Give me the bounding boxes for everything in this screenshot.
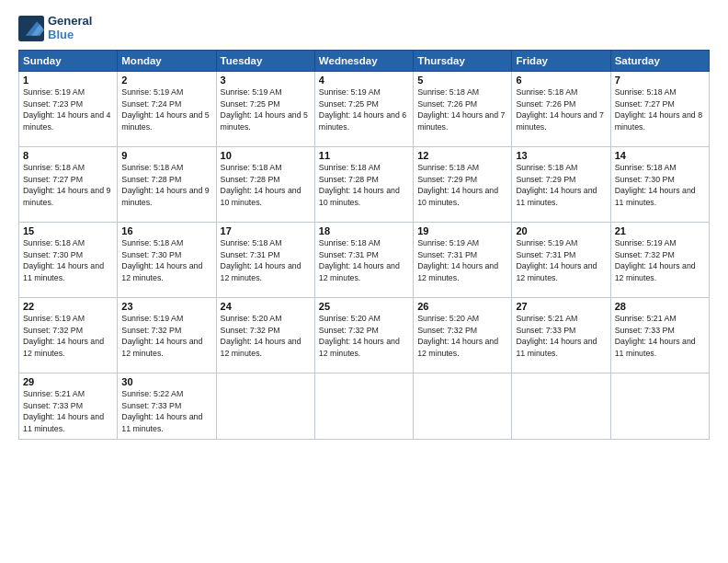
day-number: 14	[615, 150, 705, 161]
calendar-cell: 10Sunrise: 5:18 AMSunset: 7:28 PMDayligh…	[216, 146, 314, 222]
day-info: Sunrise: 5:18 AMSunset: 7:27 PMDaylight:…	[23, 162, 113, 209]
calendar-cell: 18Sunrise: 5:18 AMSunset: 7:31 PMDayligh…	[314, 222, 413, 297]
calendar-cell: 27Sunrise: 5:21 AMSunset: 7:33 PMDayligh…	[512, 297, 610, 373]
day-info: Sunrise: 5:19 AMSunset: 7:25 PMDaylight:…	[221, 86, 311, 133]
calendar-cell: 19Sunrise: 5:19 AMSunset: 7:31 PMDayligh…	[414, 222, 512, 297]
weekday-header-tuesday: Tuesday	[216, 50, 314, 71]
logo-icon	[18, 16, 44, 41]
day-info: Sunrise: 5:19 AMSunset: 7:32 PMDaylight:…	[615, 237, 705, 284]
day-number: 19	[417, 225, 507, 236]
day-number: 5	[417, 75, 507, 86]
day-number: 10	[221, 150, 311, 161]
day-info: Sunrise: 5:18 AMSunset: 7:31 PMDaylight:…	[319, 237, 409, 284]
calendar-cell: 1Sunrise: 5:19 AMSunset: 7:23 PMDaylight…	[19, 71, 118, 146]
calendar-cell: 5Sunrise: 5:18 AMSunset: 7:26 PMDaylight…	[414, 71, 512, 146]
day-number: 23	[121, 301, 211, 312]
calendar-cell: 28Sunrise: 5:21 AMSunset: 7:33 PMDayligh…	[610, 297, 709, 373]
calendar-cell: 13Sunrise: 5:18 AMSunset: 7:29 PMDayligh…	[512, 146, 610, 222]
calendar-cell: 29Sunrise: 5:21 AMSunset: 7:33 PMDayligh…	[19, 373, 118, 439]
logo-line2: Blue	[48, 29, 92, 42]
day-number: 7	[615, 75, 705, 86]
weekday-header-wednesday: Wednesday	[314, 50, 413, 71]
weekday-header-friday: Friday	[512, 50, 610, 71]
day-info: Sunrise: 5:18 AMSunset: 7:29 PMDaylight:…	[516, 162, 606, 209]
logo-line1: General	[48, 15, 92, 29]
day-info: Sunrise: 5:18 AMSunset: 7:31 PMDaylight:…	[221, 237, 311, 284]
day-info: Sunrise: 5:22 AMSunset: 7:33 PMDaylight:…	[121, 388, 211, 435]
calendar-cell: 4Sunrise: 5:19 AMSunset: 7:25 PMDaylight…	[314, 71, 413, 146]
day-number: 30	[121, 376, 211, 387]
day-number: 24	[221, 301, 311, 312]
day-number: 13	[516, 150, 606, 161]
day-number: 12	[417, 150, 507, 161]
day-info: Sunrise: 5:18 AMSunset: 7:28 PMDaylight:…	[221, 162, 311, 209]
day-number: 15	[23, 225, 113, 236]
calendar-cell: 16Sunrise: 5:18 AMSunset: 7:30 PMDayligh…	[118, 222, 216, 297]
day-number: 18	[319, 225, 409, 236]
logo: General Blue	[18, 15, 92, 42]
day-info: Sunrise: 5:19 AMSunset: 7:32 PMDaylight:…	[23, 313, 113, 360]
calendar-cell: 17Sunrise: 5:18 AMSunset: 7:31 PMDayligh…	[216, 222, 314, 297]
calendar-cell: 14Sunrise: 5:18 AMSunset: 7:30 PMDayligh…	[610, 146, 709, 222]
day-info: Sunrise: 5:20 AMSunset: 7:32 PMDaylight:…	[319, 313, 409, 360]
day-info: Sunrise: 5:19 AMSunset: 7:25 PMDaylight:…	[319, 86, 409, 133]
calendar-cell	[216, 373, 314, 439]
day-number: 2	[121, 75, 211, 86]
calendar-cell: 21Sunrise: 5:19 AMSunset: 7:32 PMDayligh…	[610, 222, 709, 297]
calendar-cell: 9Sunrise: 5:18 AMSunset: 7:28 PMDaylight…	[118, 146, 216, 222]
calendar-cell: 24Sunrise: 5:20 AMSunset: 7:32 PMDayligh…	[216, 297, 314, 373]
calendar-cell	[610, 373, 709, 439]
day-number: 27	[516, 301, 606, 312]
day-info: Sunrise: 5:20 AMSunset: 7:32 PMDaylight:…	[221, 313, 311, 360]
day-info: Sunrise: 5:20 AMSunset: 7:32 PMDaylight:…	[417, 313, 507, 360]
day-number: 25	[319, 301, 409, 312]
day-info: Sunrise: 5:18 AMSunset: 7:27 PMDaylight:…	[615, 86, 705, 133]
day-info: Sunrise: 5:19 AMSunset: 7:31 PMDaylight:…	[516, 237, 606, 284]
calendar: SundayMondayTuesdayWednesdayThursdayFrid…	[18, 50, 710, 440]
day-info: Sunrise: 5:19 AMSunset: 7:32 PMDaylight:…	[121, 313, 211, 360]
day-info: Sunrise: 5:18 AMSunset: 7:29 PMDaylight:…	[417, 162, 507, 209]
day-info: Sunrise: 5:19 AMSunset: 7:23 PMDaylight:…	[23, 86, 113, 133]
day-number: 20	[516, 225, 606, 236]
weekday-header-saturday: Saturday	[610, 50, 709, 71]
calendar-cell: 12Sunrise: 5:18 AMSunset: 7:29 PMDayligh…	[414, 146, 512, 222]
calendar-cell: 20Sunrise: 5:19 AMSunset: 7:31 PMDayligh…	[512, 222, 610, 297]
day-number: 28	[615, 301, 705, 312]
day-info: Sunrise: 5:18 AMSunset: 7:30 PMDaylight:…	[615, 162, 705, 209]
calendar-cell: 6Sunrise: 5:18 AMSunset: 7:26 PMDaylight…	[512, 71, 610, 146]
day-info: Sunrise: 5:21 AMSunset: 7:33 PMDaylight:…	[23, 388, 113, 435]
calendar-cell: 8Sunrise: 5:18 AMSunset: 7:27 PMDaylight…	[19, 146, 118, 222]
calendar-cell: 7Sunrise: 5:18 AMSunset: 7:27 PMDaylight…	[610, 71, 709, 146]
day-number: 17	[221, 225, 311, 236]
day-info: Sunrise: 5:21 AMSunset: 7:33 PMDaylight:…	[516, 313, 606, 360]
day-number: 26	[417, 301, 507, 312]
day-number: 21	[615, 225, 705, 236]
calendar-cell: 26Sunrise: 5:20 AMSunset: 7:32 PMDayligh…	[414, 297, 512, 373]
calendar-cell: 30Sunrise: 5:22 AMSunset: 7:33 PMDayligh…	[118, 373, 216, 439]
day-info: Sunrise: 5:19 AMSunset: 7:24 PMDaylight:…	[121, 86, 211, 133]
day-info: Sunrise: 5:21 AMSunset: 7:33 PMDaylight:…	[615, 313, 705, 360]
day-number: 3	[221, 75, 311, 86]
weekday-header-thursday: Thursday	[414, 50, 512, 71]
calendar-cell	[414, 373, 512, 439]
day-info: Sunrise: 5:18 AMSunset: 7:26 PMDaylight:…	[516, 86, 606, 133]
calendar-cell: 15Sunrise: 5:18 AMSunset: 7:30 PMDayligh…	[19, 222, 118, 297]
calendar-cell: 2Sunrise: 5:19 AMSunset: 7:24 PMDaylight…	[118, 71, 216, 146]
weekday-header-monday: Monday	[118, 50, 216, 71]
day-info: Sunrise: 5:18 AMSunset: 7:28 PMDaylight:…	[121, 162, 211, 209]
weekday-header-sunday: Sunday	[19, 50, 118, 71]
calendar-cell: 3Sunrise: 5:19 AMSunset: 7:25 PMDaylight…	[216, 71, 314, 146]
day-number: 11	[319, 150, 409, 161]
day-info: Sunrise: 5:18 AMSunset: 7:28 PMDaylight:…	[319, 162, 409, 209]
day-number: 1	[23, 75, 113, 86]
calendar-cell: 23Sunrise: 5:19 AMSunset: 7:32 PMDayligh…	[118, 297, 216, 373]
day-number: 6	[516, 75, 606, 86]
calendar-cell: 25Sunrise: 5:20 AMSunset: 7:32 PMDayligh…	[314, 297, 413, 373]
calendar-cell: 22Sunrise: 5:19 AMSunset: 7:32 PMDayligh…	[19, 297, 118, 373]
day-number: 29	[23, 376, 113, 387]
day-info: Sunrise: 5:19 AMSunset: 7:31 PMDaylight:…	[417, 237, 507, 284]
calendar-cell	[314, 373, 413, 439]
calendar-cell	[512, 373, 610, 439]
day-number: 16	[121, 225, 211, 236]
day-number: 22	[23, 301, 113, 312]
